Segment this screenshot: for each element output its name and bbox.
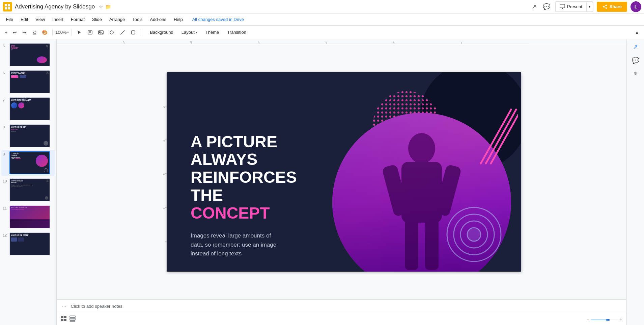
slide-thumb-5[interactable]: 5 ✕ OUR AGENCY 01 <box>1 42 55 68</box>
zoom-slider[interactable] <box>591 317 618 322</box>
add-slide-button[interactable]: + <box>3 28 9 36</box>
special-tool[interactable] <box>129 28 138 36</box>
close-icon-10[interactable]: ✕ <box>46 179 49 183</box>
menu-help[interactable]: Help <box>170 16 186 23</box>
menu-format[interactable]: Format <box>67 16 88 23</box>
main-content: 5 ✕ OUR AGENCY 01 6 OUR EVOLUTION <box>0 39 644 325</box>
layout-chevron: ▾ <box>196 30 197 34</box>
folder-icon[interactable]: 📁 <box>105 4 111 9</box>
slide-thumb-11[interactable]: 11 A PICTURE IS WORTH ATHOUSAND WORDS <box>1 204 55 230</box>
document-title: Advertising Agency by Slidesgo <box>15 3 95 10</box>
menu-insert[interactable]: Insert <box>49 16 67 23</box>
slide-canvas[interactable]: A PICTURE ALWAYS REINFORCES THE CONCEPT … <box>167 72 521 272</box>
toolbar-separator-1 <box>52 29 53 36</box>
menu-view[interactable]: View <box>32 16 48 23</box>
slide-thumb-9[interactable]: 9 A PICTUREALWAYSREINFORCESTHE CONCEPT <box>1 150 55 176</box>
slide-thumb-8[interactable]: 8 WHAT DO WE DO? MERCURY VENUS <box>1 123 55 149</box>
layout-button[interactable]: Layout ▾ <box>178 28 201 36</box>
ruler-horizontal: 4 5 6 7 8 <box>57 39 626 44</box>
notes-dots: ··· <box>62 304 66 309</box>
menu-slide[interactable]: Slide <box>89 16 105 23</box>
zoom-in-button[interactable]: + <box>619 316 622 322</box>
share-button[interactable]: Share <box>597 2 627 12</box>
svg-rect-44 <box>401 162 442 223</box>
share-label: Share <box>610 4 622 9</box>
text-box-tool[interactable] <box>85 28 95 36</box>
svg-text:4: 4 <box>162 174 165 175</box>
slide-thumbnail-8: WHAT DO WE DO? MERCURY VENUS <box>9 124 50 147</box>
slide-scroll-area[interactable]: 2 3 4 5 <box>57 44 626 299</box>
svg-rect-48 <box>425 219 439 270</box>
notes-bar[interactable]: ··· Click to add speaker notes <box>57 299 626 313</box>
menu-addons[interactable]: Add-ons <box>147 16 170 23</box>
grid-view-button[interactable] <box>61 316 67 323</box>
notes-content: ··· Click to add speaker notes <box>62 304 621 309</box>
slide-thumbnail-10: GET TO KNOW USBETTER Do you want to know… <box>9 178 50 201</box>
slide-thumb-10[interactable]: 10 GET TO KNOW USBETTER Do you want to k… <box>1 177 55 203</box>
svg-text:7: 7 <box>325 40 327 43</box>
image-tool[interactable] <box>96 28 106 36</box>
svg-point-12 <box>110 31 113 34</box>
close-icon-5[interactable]: ✕ <box>46 44 49 48</box>
slide-thumbnail-7: WHAT SETS US APART? <box>9 97 50 120</box>
zoom-value: 100% <box>55 30 66 35</box>
star-icon[interactable]: ☆ <box>99 4 103 9</box>
print-button[interactable]: 🖨 <box>30 28 38 36</box>
chat-sidebar-icon[interactable]: 💬 <box>631 55 641 66</box>
svg-text:3: 3 <box>162 140 165 142</box>
svg-text:4: 4 <box>123 40 124 43</box>
slide-heading: A PICTURE ALWAYS REINFORCES THE CONCEPT <box>191 133 305 222</box>
menu-file[interactable]: File <box>3 16 17 23</box>
transition-button[interactable]: Transition <box>224 28 250 36</box>
svg-point-52 <box>467 228 481 241</box>
svg-line-41 <box>486 109 516 164</box>
svg-rect-14 <box>132 31 135 34</box>
slide-thumb-6[interactable]: 6 OUR EVOLUTION ✕ <box>1 69 55 95</box>
notes-placeholder[interactable]: Click to add speaker notes <box>71 304 122 309</box>
background-button[interactable]: Background <box>146 28 176 36</box>
ruler-vertical: 2 3 4 5 <box>162 72 167 272</box>
slide-thumbnail-6: OUR EVOLUTION ✕ <box>9 70 50 93</box>
menu-tools[interactable]: Tools <box>129 16 146 23</box>
slide-thumbnail-5: ✕ OUR AGENCY 01 <box>9 43 50 66</box>
collapse-toolbar-button[interactable]: ▲ <box>633 28 641 36</box>
menu-arrange[interactable]: Arrange <box>106 16 128 23</box>
redo-button[interactable]: ↪ <box>20 28 28 36</box>
slide-text-block[interactable]: A PICTURE ALWAYS REINFORCES THE CONCEPT … <box>191 133 305 258</box>
top-bar: Advertising Agency by Slidesgo ☆ 📁 ↗ 💬 P… <box>0 0 644 14</box>
slide-thumb-7[interactable]: 7 WHAT SETS US APART? <box>1 96 55 122</box>
trending-sidebar-icon[interactable]: ↗ <box>632 42 639 52</box>
svg-rect-59 <box>70 321 75 321</box>
undo-button[interactable]: ↩ <box>11 28 19 36</box>
zoom-out-button[interactable]: − <box>586 316 589 322</box>
trending-icon[interactable]: ↗ <box>530 2 538 12</box>
present-button[interactable]: Present <box>555 2 587 12</box>
close-icon-6[interactable]: ✕ <box>46 71 49 75</box>
toolbar-separator-3 <box>141 29 141 36</box>
paint-format-button[interactable]: 🎨 <box>40 28 50 36</box>
shape-tool[interactable] <box>107 28 116 36</box>
slide-panel[interactable]: 5 ✕ OUR AGENCY 01 6 OUR EVOLUTION <box>0 39 57 325</box>
slide-thumbnail-9: A PICTUREALWAYSREINFORCESTHE CONCEPT <box>9 151 50 174</box>
cursor-tool[interactable] <box>75 28 84 36</box>
svg-point-43 <box>408 133 435 164</box>
present-dropdown-button[interactable]: ▾ <box>587 2 593 12</box>
svg-text:2: 2 <box>162 106 165 108</box>
theme-button[interactable]: Theme <box>202 28 222 36</box>
zoom-controls: − + <box>586 316 622 322</box>
svg-rect-2 <box>5 7 7 9</box>
svg-point-62 <box>606 319 610 321</box>
comments-icon[interactable]: 💬 <box>541 2 552 12</box>
slide-thumb-12[interactable]: 12 WHAT DO WE OFFER? <box>1 231 55 257</box>
svg-rect-58 <box>70 318 75 320</box>
svg-text:5: 5 <box>190 40 192 43</box>
line-tool[interactable] <box>118 28 127 36</box>
title-actions: ☆ 📁 <box>99 4 111 9</box>
svg-text:5: 5 <box>162 207 165 209</box>
list-view-button[interactable] <box>69 316 76 323</box>
menu-edit[interactable]: Edit <box>17 16 31 23</box>
zoom-control[interactable]: 100% ▾ <box>55 30 69 35</box>
svg-rect-57 <box>70 316 75 318</box>
user-avatar[interactable]: L <box>631 1 641 12</box>
plugin-sidebar-icon[interactable]: ⊕ <box>632 69 639 77</box>
